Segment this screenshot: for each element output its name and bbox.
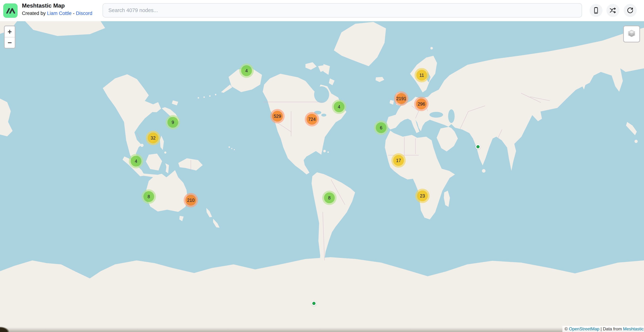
layers-control[interactable] (623, 26, 640, 43)
title-block: Meshtastic Map Created by Liam Cottle - … (22, 2, 92, 17)
cluster-marker[interactable]: 529 (270, 109, 284, 123)
byline: Created by Liam Cottle - Discord (22, 9, 92, 17)
cluster-marker[interactable]: 4 (129, 154, 143, 168)
meshtastic-attribution-link[interactable]: Meshtastic (623, 326, 644, 331)
cluster-marker[interactable]: 210 (184, 193, 198, 207)
node-marker[interactable] (312, 301, 316, 306)
meshtastic-logo-icon (3, 4, 18, 18)
map-corner-shade (0, 326, 9, 332)
byline-prefix: Created by (22, 11, 47, 16)
map-attribution: © OpenStreetMap | Data from Meshtastic (562, 326, 644, 332)
node-marker[interactable] (476, 144, 480, 149)
cluster-marker[interactable]: 4 (239, 64, 254, 78)
zoom-control: + − (4, 26, 16, 49)
cluster-count: 210 (186, 195, 196, 206)
cluster-count: 724 (306, 114, 317, 125)
cluster-marker[interactable]: 9 (166, 115, 180, 130)
cluster-marker[interactable]: 8 (142, 189, 156, 204)
cluster-count: 11 (416, 70, 427, 81)
attribution-middle: | Data from (600, 326, 623, 331)
cluster-count: 296 (416, 99, 427, 109)
discord-link[interactable]: Discord (76, 11, 92, 16)
cluster-marker[interactable]: 2191 (394, 91, 408, 106)
cluster-count: 8 (144, 191, 154, 202)
cluster-count: 4 (131, 156, 142, 167)
cluster-count: 32 (148, 133, 158, 143)
cluster-count: 2191 (396, 93, 407, 104)
cluster-marker[interactable]: 724 (305, 112, 319, 126)
osm-attribution-link[interactable]: OpenStreetMap (569, 326, 599, 331)
layers-icon (627, 29, 636, 39)
cluster-count: 4 (334, 101, 344, 112)
random-node-button[interactable] (606, 4, 620, 17)
search-input[interactable] (102, 3, 582, 18)
world-map (0, 21, 644, 332)
map-canvas[interactable]: 4112191296529724496321748238210 + − © Op… (0, 21, 644, 332)
cluster-count: 6 (376, 122, 386, 133)
cluster-count: 529 (272, 111, 283, 122)
cluster-marker[interactable]: 8 (322, 191, 336, 205)
copyright-text: © (564, 326, 569, 331)
cluster-marker[interactable]: 296 (414, 97, 428, 111)
cluster-marker[interactable]: 11 (414, 68, 429, 82)
cluster-marker[interactable]: 23 (415, 189, 430, 203)
search-container (102, 3, 582, 18)
cluster-count: 9 (168, 117, 178, 128)
cluster-count: 23 (417, 190, 428, 201)
cluster-marker[interactable]: 4 (332, 100, 346, 114)
byline-separator: - (72, 11, 76, 16)
shuffle-icon (609, 7, 617, 14)
page-title: Meshtastic Map (22, 2, 92, 9)
mobile-phone-icon (592, 7, 600, 14)
cluster-marker[interactable]: 32 (146, 131, 160, 145)
author-link[interactable]: Liam Cottle (47, 11, 72, 16)
cluster-count: 4 (241, 65, 252, 76)
refresh-icon (626, 7, 634, 14)
cluster-marker[interactable]: 6 (374, 121, 388, 135)
app-header: Meshtastic Map Created by Liam Cottle - … (0, 0, 644, 21)
zoom-out-button[interactable]: − (5, 37, 15, 48)
mobile-app-button[interactable] (590, 4, 602, 17)
cluster-count: 17 (393, 155, 404, 166)
zoom-in-button[interactable]: + (5, 26, 15, 37)
refresh-button[interactable] (624, 4, 637, 17)
cluster-count: 8 (324, 192, 335, 203)
cluster-marker[interactable]: 17 (391, 153, 406, 168)
